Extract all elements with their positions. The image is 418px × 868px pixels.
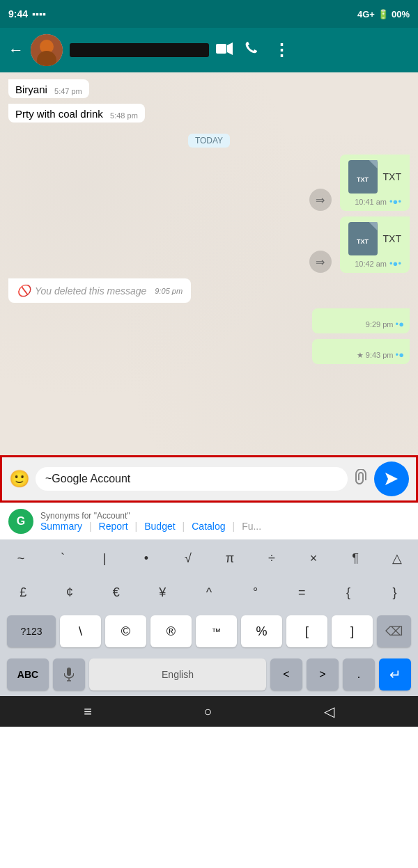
grammarly-icon: G <box>8 509 33 534</box>
message-row: ⇒ TXT TXT 10:41 am •●• <box>8 155 410 211</box>
message-time: 9:05 pm <box>155 287 183 295</box>
key-yen[interactable]: ¥ <box>146 581 179 604</box>
nav-home[interactable]: ○ <box>203 704 212 720</box>
key-trademark[interactable]: ™ <box>196 615 237 647</box>
suggestion-bar: G Synonyms for "Account" Summary Report … <box>0 503 418 539</box>
forward-icon[interactable]: ⇒ <box>309 251 332 273</box>
file-message-time: 10:41 am <box>355 198 387 206</box>
date-divider: TODAY <box>8 134 410 146</box>
key-pound[interactable]: £ <box>6 581 40 604</box>
message-text: Biryani <box>15 84 47 95</box>
key-copyright[interactable]: © <box>105 615 146 647</box>
phone-call-button[interactable] <box>245 41 261 60</box>
attach-button[interactable] <box>353 469 369 489</box>
nav-back[interactable]: ◁ <box>324 703 334 720</box>
key-caret[interactable]: ^ <box>192 581 226 604</box>
key-times[interactable]: × <box>297 547 330 570</box>
key-abc[interactable]: ABC <box>7 658 49 691</box>
nav-menu[interactable]: ≡ <box>84 704 92 720</box>
key-rbrace[interactable]: } <box>378 581 412 604</box>
svg-rect-6 <box>67 668 71 676</box>
keyboard-currency-row: £ ¢ € ¥ ^ ° = { } <box>0 576 418 610</box>
key-registered[interactable]: ® <box>150 615 192 647</box>
back-button[interactable]: ← <box>8 41 24 59</box>
video-call-button[interactable] <box>216 42 233 58</box>
signal-icon: ▪▪▪▪ <box>32 8 46 19</box>
key-pipe[interactable]: | <box>88 547 121 570</box>
forward-icon[interactable]: ⇒ <box>309 189 332 211</box>
suggestion-label: Synonyms for "Account" <box>40 511 410 521</box>
key-lbracket[interactable]: [ <box>286 615 327 647</box>
key-bullet[interactable]: • <box>130 547 163 570</box>
navigation-bar: ≡ ○ ◁ <box>0 696 418 727</box>
message-ticks: •●• <box>389 258 401 269</box>
message-bubble-incoming: Prty with coal drink 5:48 pm <box>8 104 145 123</box>
key-mic[interactable] <box>53 658 85 691</box>
svg-marker-4 <box>227 42 233 55</box>
file-bubble: TXT TXT 10:42 am •●• <box>340 216 410 273</box>
battery-icon: 🔋 <box>378 9 389 19</box>
status-bar: 9:44 ▪▪▪▪ 4G+ 🔋 00% <box>0 0 418 28</box>
message-bubble-outgoing: ★ 9:43 pm •● <box>312 339 410 364</box>
key-degree[interactable]: ° <box>239 581 272 604</box>
key-euro[interactable]: € <box>100 581 133 604</box>
synonym-summary[interactable]: Summary <box>40 521 99 532</box>
avatar[interactable] <box>31 34 63 66</box>
network-type: 4G+ <box>357 9 375 19</box>
key-triangle[interactable]: △ <box>380 546 414 570</box>
message-time: 5:48 pm <box>110 111 138 120</box>
key-num-switch[interactable]: ?123 <box>7 615 56 647</box>
battery-percent: 00% <box>392 9 410 19</box>
message-row: Prty with coal drink 5:48 pm <box>8 104 410 123</box>
emoji-button[interactable]: 🙂 <box>9 469 30 489</box>
message-row: 9:29 pm •● <box>8 308 410 333</box>
synonym-budget[interactable]: Budget <box>144 521 192 532</box>
file-message-time: 10:42 am <box>355 260 387 268</box>
file-type-icon: TXT <box>348 160 378 194</box>
key-backtick[interactable]: ` <box>46 547 79 570</box>
key-rbracket[interactable]: ] <box>332 615 373 647</box>
send-button[interactable] <box>374 461 409 496</box>
key-sqrt[interactable]: √ <box>171 547 205 570</box>
chat-area: Biryani 5:47 pm Prty with coal drink 5:4… <box>0 72 418 455</box>
keyboard-special-row: ~ ` | • √ π ÷ × ¶ △ <box>0 539 418 576</box>
message-row: ★ 9:43 pm •● <box>8 339 410 364</box>
file-type-icon: TXT <box>348 222 378 255</box>
synonym-catalog[interactable]: Catalog <box>192 521 242 532</box>
keyboard-num-row: ?123 \ © ® ™ % [ ] ⌫ <box>0 610 418 653</box>
message-row: 🚫 You deleted this message 9:05 pm <box>8 278 410 303</box>
key-greater-than[interactable]: > <box>307 658 339 691</box>
message-bubble-incoming: Biryani 5:47 pm <box>8 79 89 98</box>
key-divide[interactable]: ÷ <box>255 547 288 570</box>
key-percent[interactable]: % <box>241 615 282 647</box>
file-name: TXT <box>383 171 401 182</box>
key-enter[interactable]: ↵ <box>379 658 411 691</box>
deleted-text: You deleted this message <box>35 285 146 297</box>
key-less-than[interactable]: < <box>270 658 302 691</box>
date-label: TODAY <box>188 134 230 148</box>
key-pilcrow[interactable]: ¶ <box>339 547 372 570</box>
key-backslash[interactable]: \ <box>60 615 101 647</box>
key-equals[interactable]: = <box>285 581 318 604</box>
key-space[interactable]: English <box>89 658 266 691</box>
chat-header: ← ⋮ <box>0 28 418 72</box>
suggestion-content: Synonyms for "Account" Summary Report Bu… <box>40 511 410 532</box>
synonym-report[interactable]: Report <box>99 521 145 532</box>
key-cent[interactable]: ¢ <box>53 581 86 604</box>
menu-button[interactable]: ⋮ <box>273 40 291 60</box>
status-time: 9:44 <box>8 8 28 19</box>
message-ticks: •●• <box>389 196 401 207</box>
key-tilde[interactable]: ~ <box>4 547 38 570</box>
deleted-icon: 🚫 <box>17 284 31 297</box>
key-lbrace[interactable]: { <box>332 581 365 604</box>
message-row: ⇒ TXT TXT 10:42 am •●• <box>8 216 410 273</box>
deleted-message-bubble: 🚫 You deleted this message 9:05 pm <box>8 278 191 303</box>
keyboard-bottom-row: ABC English < > . ↵ <box>0 653 418 696</box>
svg-marker-5 <box>385 473 398 485</box>
message-input[interactable] <box>36 467 348 491</box>
key-backspace[interactable]: ⌫ <box>377 615 411 647</box>
key-pi[interactable]: π <box>213 547 247 570</box>
synonym-more[interactable]: Fu... <box>242 521 268 532</box>
file-name: TXT <box>383 233 401 244</box>
key-period[interactable]: . <box>343 658 375 691</box>
